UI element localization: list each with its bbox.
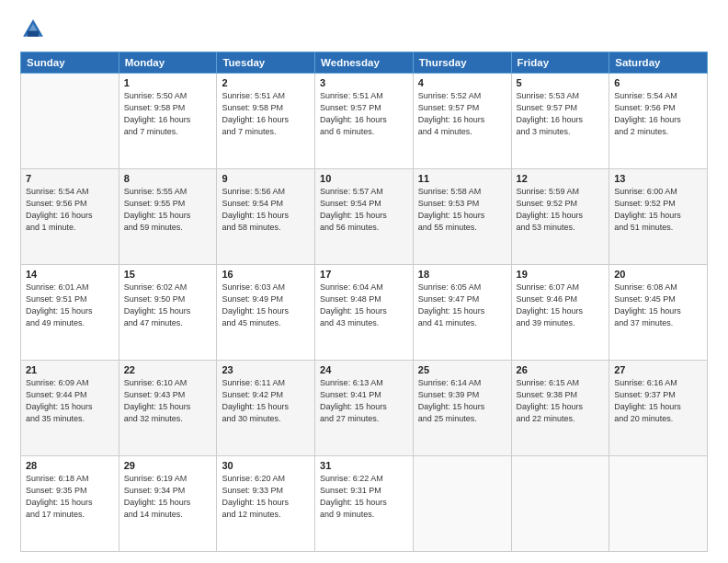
day-info: Sunrise: 5:54 AMSunset: 9:56 PMDaylight:… (614, 90, 702, 138)
day-info: Sunrise: 6:18 AMSunset: 9:35 PMDaylight:… (26, 473, 114, 521)
day-number: 1 (124, 77, 212, 88)
day-info: Sunrise: 5:51 AMSunset: 9:58 PMDaylight:… (222, 90, 310, 138)
calendar-cell: 10Sunrise: 5:57 AMSunset: 9:54 PMDayligh… (315, 169, 414, 265)
day-number: 19 (517, 269, 605, 280)
weekday-header: Tuesday (217, 52, 315, 74)
day-info: Sunrise: 6:00 AMSunset: 9:52 PMDaylight:… (614, 186, 702, 234)
calendar-cell: 1Sunrise: 5:50 AMSunset: 9:58 PMDaylight… (119, 74, 217, 169)
calendar-cell (609, 456, 708, 552)
day-info: Sunrise: 6:02 AMSunset: 9:50 PMDaylight:… (124, 282, 212, 329)
day-number: 29 (124, 460, 212, 471)
logo (20, 17, 50, 42)
day-info: Sunrise: 6:03 AMSunset: 9:49 PMDaylight:… (222, 282, 310, 329)
calendar-week-row: 21Sunrise: 6:09 AMSunset: 9:44 PMDayligh… (21, 361, 708, 456)
calendar-cell: 31Sunrise: 6:22 AMSunset: 9:31 PMDayligh… (315, 456, 414, 552)
day-number: 6 (614, 77, 702, 88)
calendar-cell (413, 456, 511, 552)
calendar-cell: 19Sunrise: 6:07 AMSunset: 9:46 PMDayligh… (511, 265, 609, 361)
day-number: 7 (26, 173, 114, 184)
page: SundayMondayTuesdayWednesdayThursdayFrid… (0, 0, 728, 563)
day-info: Sunrise: 5:55 AMSunset: 9:55 PMDaylight:… (124, 186, 212, 234)
logo-icon (20, 17, 46, 42)
calendar-week-row: 28Sunrise: 6:18 AMSunset: 9:35 PMDayligh… (21, 456, 708, 552)
day-info: Sunrise: 6:16 AMSunset: 9:37 PMDaylight:… (614, 377, 702, 425)
day-info: Sunrise: 5:51 AMSunset: 9:57 PMDaylight:… (320, 90, 408, 138)
day-info: Sunrise: 6:15 AMSunset: 9:38 PMDaylight:… (517, 377, 605, 425)
day-info: Sunrise: 6:13 AMSunset: 9:41 PMDaylight:… (320, 377, 408, 425)
day-info: Sunrise: 5:59 AMSunset: 9:52 PMDaylight:… (517, 186, 605, 234)
day-info: Sunrise: 6:07 AMSunset: 9:46 PMDaylight:… (517, 282, 605, 329)
day-info: Sunrise: 6:04 AMSunset: 9:48 PMDaylight:… (320, 282, 408, 329)
calendar-cell: 20Sunrise: 6:08 AMSunset: 9:45 PMDayligh… (609, 265, 708, 361)
day-number: 18 (418, 269, 506, 280)
header (20, 17, 708, 42)
weekday-header: Sunday (21, 52, 119, 74)
day-number: 31 (320, 460, 408, 471)
day-info: Sunrise: 6:08 AMSunset: 9:45 PMDaylight:… (614, 282, 702, 329)
day-number: 16 (222, 269, 310, 280)
weekday-header: Saturday (609, 52, 708, 74)
day-number: 14 (26, 269, 114, 280)
weekday-header: Monday (119, 52, 217, 74)
calendar-cell: 24Sunrise: 6:13 AMSunset: 9:41 PMDayligh… (315, 361, 414, 456)
day-number: 17 (320, 269, 408, 280)
day-number: 15 (124, 269, 212, 280)
day-info: Sunrise: 6:01 AMSunset: 9:51 PMDaylight:… (26, 282, 114, 329)
day-number: 4 (418, 77, 506, 88)
day-info: Sunrise: 6:05 AMSunset: 9:47 PMDaylight:… (418, 282, 506, 329)
calendar-cell: 13Sunrise: 6:00 AMSunset: 9:52 PMDayligh… (609, 169, 708, 265)
day-info: Sunrise: 6:10 AMSunset: 9:43 PMDaylight:… (124, 377, 212, 425)
calendar-week-row: 1Sunrise: 5:50 AMSunset: 9:58 PMDaylight… (21, 74, 708, 169)
day-info: Sunrise: 5:50 AMSunset: 9:58 PMDaylight:… (124, 90, 212, 138)
calendar-cell: 25Sunrise: 6:14 AMSunset: 9:39 PMDayligh… (413, 361, 511, 456)
calendar-week-row: 14Sunrise: 6:01 AMSunset: 9:51 PMDayligh… (21, 265, 708, 361)
day-number: 28 (26, 460, 114, 471)
calendar-cell: 15Sunrise: 6:02 AMSunset: 9:50 PMDayligh… (119, 265, 217, 361)
day-number: 23 (222, 364, 310, 375)
day-number: 10 (320, 173, 408, 184)
day-info: Sunrise: 6:09 AMSunset: 9:44 PMDaylight:… (26, 377, 114, 425)
day-number: 11 (418, 173, 506, 184)
calendar-cell: 16Sunrise: 6:03 AMSunset: 9:49 PMDayligh… (217, 265, 315, 361)
weekday-row: SundayMondayTuesdayWednesdayThursdayFrid… (21, 52, 708, 74)
day-number: 21 (26, 364, 114, 375)
day-number: 24 (320, 364, 408, 375)
day-number: 27 (614, 364, 702, 375)
calendar-cell (511, 456, 609, 552)
calendar-cell: 2Sunrise: 5:51 AMSunset: 9:58 PMDaylight… (217, 74, 315, 169)
calendar-cell: 21Sunrise: 6:09 AMSunset: 9:44 PMDayligh… (21, 361, 119, 456)
day-number: 2 (222, 77, 310, 88)
day-info: Sunrise: 6:14 AMSunset: 9:39 PMDaylight:… (418, 377, 506, 425)
day-info: Sunrise: 5:56 AMSunset: 9:54 PMDaylight:… (222, 186, 310, 234)
day-number: 22 (124, 364, 212, 375)
day-info: Sunrise: 5:53 AMSunset: 9:57 PMDaylight:… (517, 90, 605, 138)
calendar-cell: 8Sunrise: 5:55 AMSunset: 9:55 PMDaylight… (119, 169, 217, 265)
day-info: Sunrise: 5:54 AMSunset: 9:56 PMDaylight:… (26, 186, 114, 234)
calendar-cell: 22Sunrise: 6:10 AMSunset: 9:43 PMDayligh… (119, 361, 217, 456)
weekday-header: Thursday (413, 52, 511, 74)
calendar-cell: 5Sunrise: 5:53 AMSunset: 9:57 PMDaylight… (511, 74, 609, 169)
calendar-cell: 12Sunrise: 5:59 AMSunset: 9:52 PMDayligh… (511, 169, 609, 265)
day-number: 12 (517, 173, 605, 184)
calendar-cell: 9Sunrise: 5:56 AMSunset: 9:54 PMDaylight… (217, 169, 315, 265)
calendar-cell: 28Sunrise: 6:18 AMSunset: 9:35 PMDayligh… (21, 456, 119, 552)
day-number: 13 (614, 173, 702, 184)
calendar-cell: 23Sunrise: 6:11 AMSunset: 9:42 PMDayligh… (217, 361, 315, 456)
day-info: Sunrise: 5:52 AMSunset: 9:57 PMDaylight:… (418, 90, 506, 138)
calendar-week-row: 7Sunrise: 5:54 AMSunset: 9:56 PMDaylight… (21, 169, 708, 265)
day-number: 5 (517, 77, 605, 88)
calendar-body: 1Sunrise: 5:50 AMSunset: 9:58 PMDaylight… (21, 74, 708, 552)
calendar-cell: 14Sunrise: 6:01 AMSunset: 9:51 PMDayligh… (21, 265, 119, 361)
day-number: 26 (517, 364, 605, 375)
calendar-cell: 29Sunrise: 6:19 AMSunset: 9:34 PMDayligh… (119, 456, 217, 552)
calendar-cell: 30Sunrise: 6:20 AMSunset: 9:33 PMDayligh… (217, 456, 315, 552)
day-info: Sunrise: 6:11 AMSunset: 9:42 PMDaylight:… (222, 377, 310, 425)
day-info: Sunrise: 5:58 AMSunset: 9:53 PMDaylight:… (418, 186, 506, 234)
day-number: 20 (614, 269, 702, 280)
day-number: 9 (222, 173, 310, 184)
calendar-cell: 11Sunrise: 5:58 AMSunset: 9:53 PMDayligh… (413, 169, 511, 265)
day-number: 25 (418, 364, 506, 375)
day-info: Sunrise: 6:19 AMSunset: 9:34 PMDaylight:… (124, 473, 212, 521)
calendar-cell: 27Sunrise: 6:16 AMSunset: 9:37 PMDayligh… (609, 361, 708, 456)
calendar-cell: 26Sunrise: 6:15 AMSunset: 9:38 PMDayligh… (511, 361, 609, 456)
